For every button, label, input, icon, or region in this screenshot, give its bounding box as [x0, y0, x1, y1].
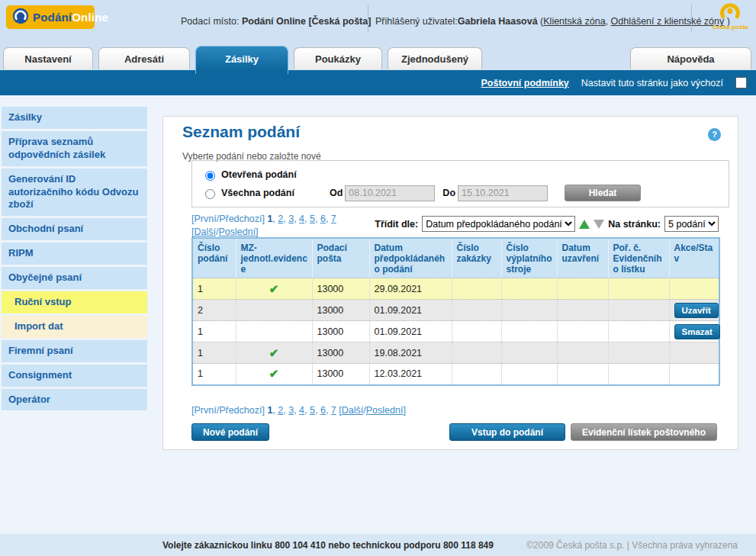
sidebar-item[interactable]: Import dat — [2, 316, 147, 338]
tab-nastaven-[interactable]: Nastavení — [3, 47, 93, 69]
table-row[interactable]: 11300001.09.2021Smazat — [192, 321, 719, 342]
pagination-first[interactable]: První — [194, 214, 216, 224]
pagination-next[interactable]: Další — [194, 227, 215, 237]
evidence-sheet-button[interactable]: Evidenční lístek poštovného — [571, 423, 717, 441]
date-from-input[interactable] — [345, 185, 435, 201]
open-submissions-radio[interactable] — [205, 171, 215, 181]
pagination-bracket: ] — [256, 227, 258, 237]
page-title: Seznam podání — [182, 123, 300, 141]
table-row[interactable]: 21300001.09.2021Uzavřít — [192, 300, 719, 321]
pagination-last[interactable]: Poslední — [366, 405, 404, 416]
table-cell — [557, 342, 608, 364]
submission-place-value: Podání Online [Česká pošta] — [242, 16, 371, 27]
sort-descending-icon[interactable] — [594, 220, 604, 229]
column-header: Poř. č. Evidenčního lístku — [608, 238, 669, 278]
sidebar-item[interactable]: RIPM — [2, 243, 147, 265]
postal-conditions-link[interactable]: Poštovní podmínky — [481, 78, 569, 88]
pagination-last[interactable]: Poslední — [218, 227, 256, 237]
sort-select[interactable]: Datum předpokládaného podání — [422, 216, 575, 232]
sidebar-item[interactable]: Příprava seznamů odpovědních zásilek — [2, 131, 147, 166]
tab-pouk-zky[interactable]: Poukázky — [294, 47, 382, 69]
sidebar-item[interactable]: Generování ID autorizačního kódu Odvozu … — [2, 169, 147, 217]
table-cell — [501, 321, 557, 342]
sidebar-item[interactable]: Firemní psaní — [2, 340, 147, 362]
date-to-label: Do — [442, 188, 455, 198]
ceska-posta-logo: Česká pošta — [708, 2, 752, 31]
pagination-bottom: [První/Předchozí] 1, 2, 3, 4, 5, 6, 7 [D… — [191, 404, 664, 417]
pagination-page-6[interactable]: 6 — [320, 405, 326, 416]
table-cell — [501, 300, 557, 321]
pagination-comma: , — [304, 214, 310, 224]
pagination-first[interactable]: První — [194, 405, 216, 416]
open-submissions-label: Otevřená podání — [221, 169, 297, 180]
table-cell: 01.09.2021 — [369, 300, 452, 321]
delete-submission-button[interactable]: Smazat — [674, 324, 720, 339]
sidebar-item[interactable]: Operátor — [2, 389, 147, 411]
pagination-next[interactable]: Další — [342, 405, 363, 416]
tab-zjednodu-en-import[interactable]: Zjednodušený import — [388, 47, 482, 69]
sidebar-item[interactable]: Obchodní psaní — [2, 218, 147, 240]
table-cell — [452, 342, 501, 364]
table-cell: 19.08.2021 — [369, 342, 452, 364]
tab-n-pov-da[interactable]: Nápověda — [630, 47, 751, 69]
sort-ascending-icon[interactable] — [579, 220, 590, 229]
pagination-page-6[interactable]: 6 — [320, 214, 326, 224]
table-cell — [452, 321, 501, 342]
table-cell — [608, 321, 669, 342]
close-submission-button[interactable]: Uzavřít — [674, 303, 719, 318]
pagination-page-7[interactable]: 7 — [331, 214, 336, 224]
support-phones: Volejte zákaznickou linku 800 104 410 ne… — [162, 540, 494, 551]
table-cell: 01.09.2021 — [369, 321, 452, 342]
mz-evidence-cell — [236, 321, 312, 342]
help-icon[interactable]: ? — [708, 128, 721, 141]
table-cell — [557, 364, 608, 385]
column-header: Číslo výplatního stroje — [501, 238, 557, 278]
check-icon: ✔ — [269, 367, 279, 380]
sidebar-item[interactable]: Obyčejné psaní — [2, 267, 147, 289]
sidebar-item[interactable]: Consignment — [2, 365, 147, 387]
podani-online-logo[interactable]: PodáníOnline — [6, 5, 95, 29]
date-to-input[interactable] — [458, 185, 548, 201]
header-divider — [691, 5, 692, 32]
pagination-comma: , — [326, 214, 331, 224]
mz-evidence-cell: ✔ — [236, 364, 312, 385]
table-row[interactable]: 1✔1300029.09.2021 — [192, 278, 719, 300]
pagination-top: [První/Předchozí] 1, 2, 3, 4, 5, 6, 7 [D… — [191, 213, 368, 239]
table-cell — [557, 278, 608, 300]
sidebar-item[interactable]: Zásilky — [2, 107, 147, 129]
action-cell: Uzavřít — [669, 300, 719, 321]
tab-z-silky[interactable]: Zásilky — [195, 46, 288, 74]
table-cell — [501, 278, 557, 300]
tab-adres-ti[interactable]: Adresáti — [98, 47, 190, 69]
pagination-page-5[interactable]: 5 — [310, 214, 315, 224]
client-zone-link[interactable]: Klientská zóna — [543, 16, 605, 27]
pagination-page-7[interactable]: 7 — [331, 405, 336, 416]
new-submission-button[interactable]: Nové podání — [191, 423, 269, 441]
column-header: Datum uzavření — [557, 238, 608, 278]
set-default-checkbox[interactable] — [735, 77, 747, 88]
table-cell: 1 — [192, 278, 236, 300]
all-submissions-radio[interactable] — [205, 189, 215, 199]
enter-submission-button[interactable]: Vstup do podání — [449, 423, 565, 441]
sidebar-item[interactable]: Ruční vstup — [2, 291, 147, 313]
all-submissions-option[interactable]: Všechna podání — [201, 187, 308, 199]
logout-link[interactable]: Odhlášení z klientské zóny — [611, 16, 725, 27]
table-cell: 12.03.2021 — [369, 364, 452, 385]
top-links-bar: Poštovní podmínky Nastavit tuto stránku … — [0, 70, 756, 95]
pagination-previous[interactable]: Předchozí — [219, 214, 262, 224]
column-header: MZ-jednotl.evidence — [236, 238, 312, 278]
table-cell — [557, 321, 608, 342]
main-panel: Seznam podání ? Vyberte podání nebo zalo… — [162, 116, 738, 450]
open-submissions-option[interactable]: Otevřená podání — [201, 169, 297, 181]
per-page-select[interactable]: 5 podání — [664, 216, 719, 232]
table-row[interactable]: 1✔1300019.08.2021 — [192, 342, 719, 364]
footer: Volejte zákaznickou linku 800 104 410 ne… — [0, 534, 756, 556]
column-header: Akce/Stav — [669, 238, 719, 278]
pagination-page-5[interactable]: 5 — [310, 405, 315, 416]
table-cell — [608, 300, 669, 321]
action-cell — [669, 278, 719, 300]
table-row[interactable]: 1✔1300012.03.2021 — [192, 364, 719, 385]
search-button[interactable]: Hledat — [565, 185, 641, 201]
pagination-previous[interactable]: Předchozí — [219, 405, 262, 416]
action-buttons: Vstup do podání Evidenční lístek poštovn… — [449, 423, 717, 441]
